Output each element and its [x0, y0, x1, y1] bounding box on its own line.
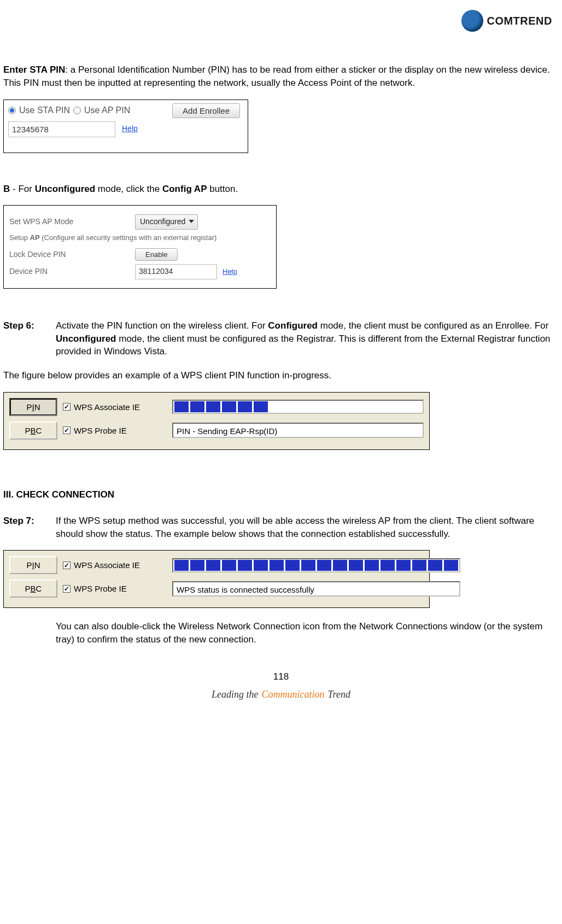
s6-b1: Configured	[268, 320, 318, 331]
b-mid2: mode, click the	[95, 184, 162, 194]
enter-sta-pin-paragraph: Enter STA PIN: a Personal Identification…	[3, 63, 559, 90]
enter-sta-pin-text: : a Personal Identification Number (PIN)…	[3, 65, 550, 88]
radio-use-ap-pin[interactable]	[73, 107, 81, 114]
check-icon	[63, 585, 71, 593]
check-icon	[63, 562, 71, 569]
device-pin-label: Device PIN	[9, 266, 135, 277]
s6-b2: Unconfigured	[56, 334, 116, 344]
step-7-label: Step 7:	[3, 514, 46, 541]
footer-lead: Leading the	[212, 688, 259, 701]
pin-button[interactable]: PIN	[9, 398, 57, 416]
set-wps-ap-mode-label: Set WPS AP Mode	[9, 217, 135, 227]
step-6-body: Activate the PIN function on the wireles…	[56, 319, 559, 358]
status-line: PIN - Sending EAP-Rsp(ID)	[172, 423, 424, 438]
pbc-u: B	[31, 584, 36, 593]
progress-bar	[172, 400, 424, 414]
hint-bold: AP	[30, 233, 40, 242]
setup-ap-hint: Setup AP (Configure all security setting…	[9, 233, 272, 243]
enter-sta-pin-label: Enter STA PIN	[3, 65, 65, 75]
figure-sta-pin: Use STA PIN Use AP PIN Add Enrollee 1234…	[3, 100, 248, 153]
lock-device-pin-label: Lock Device PIN	[9, 249, 135, 260]
chk2-label: WPS Probe IE	[74, 425, 127, 436]
logo: COMTREND	[461, 10, 552, 32]
pbc-u: B	[31, 426, 36, 435]
figure-wps-client-progress: PIN WPS Associate IE PBC WPS Probe IE PI…	[3, 392, 430, 450]
pbc-button[interactable]: PBC	[9, 422, 57, 440]
radio-sta-label: Use STA PIN	[19, 104, 70, 116]
hint-prefix: Setup	[9, 233, 30, 242]
pbc-button[interactable]: PBC	[9, 580, 57, 598]
help-link[interactable]: Help	[122, 124, 138, 134]
b-mode: Unconfigured	[35, 184, 96, 194]
step-6-label: Step 6:	[3, 319, 46, 358]
section-check-connection: III. CHECK CONNECTION	[3, 488, 559, 501]
brand-name: COMTREND	[487, 13, 552, 28]
radio-use-sta-pin[interactable]	[8, 107, 16, 114]
enable-button[interactable]: Enable	[135, 248, 178, 261]
check-icon	[63, 426, 71, 434]
sta-pin-input[interactable]: 12345678	[8, 121, 115, 137]
footer-trend: Trend	[328, 688, 350, 701]
page-content: Enter STA PIN: a Personal Identification…	[0, 63, 562, 701]
tail-note: You can also double-click the Wireless N…	[56, 620, 555, 646]
wps-probe-ie-checkbox[interactable]: WPS Probe IE	[63, 583, 167, 594]
hint-suffix: (Configure all security settings with an…	[40, 233, 217, 242]
pin-u: I	[32, 560, 34, 570]
pin-button[interactable]: PIN	[9, 556, 57, 574]
status-line-success: WPS status is connected successfully	[172, 581, 460, 596]
b-prefix: B	[3, 184, 10, 194]
b-mid1: - For	[10, 184, 34, 194]
figure-wps-client-success: PIN WPS Associate IE PBC WPS Probe IE WP…	[3, 550, 430, 608]
step-7: Step 7: If the WPS setup method was succ…	[3, 514, 559, 541]
wps-associate-ie-checkbox[interactable]: WPS Associate IE	[63, 559, 167, 571]
radio-ap-label: Use AP PIN	[84, 104, 130, 116]
wps-probe-ie-checkbox[interactable]: WPS Probe IE	[63, 425, 167, 436]
wps-ap-mode-select[interactable]: Unconfigured	[135, 214, 198, 230]
page-number: 118	[3, 670, 559, 683]
check-icon	[63, 403, 71, 411]
footer-tagline: Leading the Communication Trend	[3, 688, 559, 701]
progress-bar-full	[172, 558, 460, 572]
help-link-2[interactable]: Help	[223, 267, 237, 277]
s6-t1: Activate the PIN function on the wireles…	[56, 320, 268, 331]
b-btn: Config AP	[162, 184, 207, 194]
paragraph-b: B - For Unconfigured mode, click the Con…	[3, 183, 559, 196]
add-enrollee-button[interactable]: Add Enrollee	[172, 103, 240, 118]
figure-wps-ap-mode: Set WPS AP Mode Unconfigured Setup AP (C…	[3, 205, 277, 288]
wps-associate-ie-checkbox[interactable]: WPS Associate IE	[63, 401, 167, 413]
chk1-label: WPS Associate IE	[74, 401, 140, 413]
device-pin-input[interactable]: 38112034	[135, 264, 217, 279]
chk2-label: WPS Probe IE	[74, 583, 127, 594]
s6-t3: mode, the client must be configured as t…	[56, 334, 551, 357]
globe-icon	[461, 10, 483, 32]
footer-comm: Communication	[262, 688, 325, 701]
chk1-label: WPS Associate IE	[74, 559, 140, 571]
s6-t2: mode, the client must be configured as a…	[318, 320, 548, 331]
figure-below-text: The figure below provides an example of …	[3, 369, 559, 382]
step-6: Step 6: Activate the PIN function on the…	[3, 319, 559, 358]
pin-u: I	[32, 402, 34, 412]
step-7-body: If the WPS setup method was successful, …	[56, 514, 559, 541]
b-suffix: button.	[207, 184, 238, 194]
